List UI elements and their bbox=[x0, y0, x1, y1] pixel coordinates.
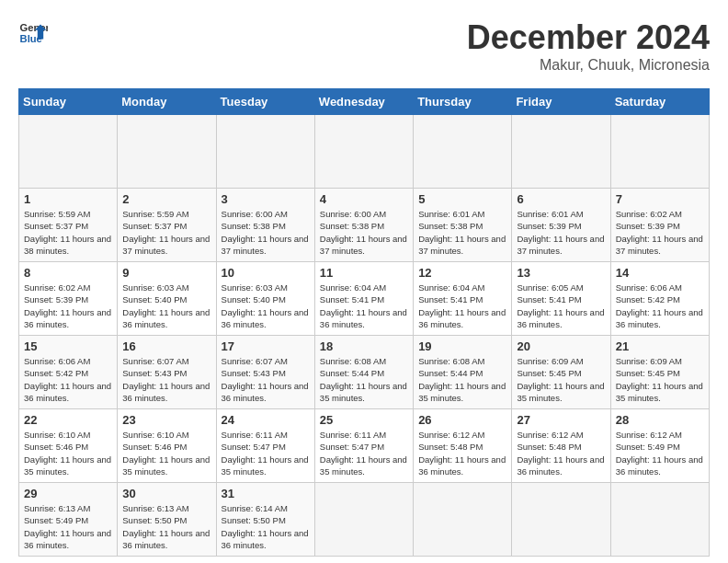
day-info: Sunrise: 5:59 AMSunset: 5:37 PMDaylight:… bbox=[122, 208, 210, 257]
day-info: Sunrise: 6:09 AMSunset: 5:45 PMDaylight:… bbox=[616, 355, 704, 404]
day-info: Sunrise: 6:14 AMSunset: 5:50 PMDaylight:… bbox=[222, 502, 310, 551]
calendar-cell: 23Sunrise: 6:10 AMSunset: 5:46 PMDayligh… bbox=[118, 409, 216, 483]
calendar-cell: 21Sunrise: 6:09 AMSunset: 5:45 PMDayligh… bbox=[610, 336, 709, 409]
calendar-cell: 9Sunrise: 6:03 AMSunset: 5:40 PMDaylight… bbox=[118, 262, 216, 336]
calendar-cell bbox=[512, 115, 610, 189]
calendar-cell: 7Sunrise: 6:02 AMSunset: 5:39 PMDaylight… bbox=[610, 189, 709, 262]
calendar-cell: 10Sunrise: 6:03 AMSunset: 5:40 PMDayligh… bbox=[216, 262, 314, 336]
day-info: Sunrise: 6:06 AMSunset: 5:42 PMDaylight:… bbox=[24, 355, 112, 404]
weekday-header-saturday: Saturday bbox=[610, 89, 709, 115]
calendar-cell: 6Sunrise: 6:01 AMSunset: 5:39 PMDaylight… bbox=[512, 189, 610, 262]
day-info: Sunrise: 6:04 AMSunset: 5:41 PMDaylight:… bbox=[418, 282, 506, 330]
day-number: 3 bbox=[222, 192, 310, 206]
weekday-header-thursday: Thursday bbox=[414, 89, 512, 115]
calendar-cell: 27Sunrise: 6:12 AMSunset: 5:48 PMDayligh… bbox=[512, 409, 610, 483]
calendar-cell: 13Sunrise: 6:05 AMSunset: 5:41 PMDayligh… bbox=[512, 262, 610, 336]
day-info: Sunrise: 6:02 AMSunset: 5:39 PMDaylight:… bbox=[24, 282, 112, 330]
weekday-header-friday: Friday bbox=[512, 89, 610, 115]
day-info: Sunrise: 6:11 AMSunset: 5:47 PMDaylight:… bbox=[222, 429, 310, 477]
day-number: 23 bbox=[122, 413, 210, 427]
day-info: Sunrise: 6:11 AMSunset: 5:47 PMDaylight:… bbox=[320, 429, 408, 477]
day-number: 10 bbox=[222, 266, 310, 280]
day-number: 7 bbox=[616, 192, 704, 206]
calendar-cell bbox=[610, 483, 709, 557]
calendar-cell bbox=[19, 115, 118, 189]
weekday-header-row: SundayMondayTuesdayWednesdayThursdayFrid… bbox=[19, 89, 710, 115]
day-number: 26 bbox=[418, 413, 506, 427]
calendar-cell: 31Sunrise: 6:14 AMSunset: 5:50 PMDayligh… bbox=[216, 483, 314, 557]
calendar-cell bbox=[314, 483, 413, 557]
calendar-cell: 1Sunrise: 5:59 AMSunset: 5:37 PMDaylight… bbox=[19, 189, 118, 262]
day-number: 1 bbox=[24, 192, 112, 206]
calendar-cell: 29Sunrise: 6:13 AMSunset: 5:49 PMDayligh… bbox=[19, 483, 118, 557]
calendar-cell: 28Sunrise: 6:12 AMSunset: 5:49 PMDayligh… bbox=[610, 409, 709, 483]
day-number: 20 bbox=[517, 339, 605, 353]
calendar-cell bbox=[512, 483, 610, 557]
calendar-cell: 22Sunrise: 6:10 AMSunset: 5:46 PMDayligh… bbox=[19, 409, 118, 483]
day-info: Sunrise: 6:00 AMSunset: 5:38 PMDaylight:… bbox=[320, 208, 408, 257]
day-info: Sunrise: 6:12 AMSunset: 5:49 PMDaylight:… bbox=[616, 429, 704, 477]
location: Makur, Chuuk, Micronesia bbox=[467, 57, 710, 74]
day-info: Sunrise: 6:13 AMSunset: 5:50 PMDaylight:… bbox=[122, 502, 210, 551]
calendar-cell bbox=[414, 483, 512, 557]
day-number: 11 bbox=[320, 266, 408, 280]
day-info: Sunrise: 5:59 AMSunset: 5:37 PMDaylight:… bbox=[24, 208, 112, 257]
title-block: December 2024 Makur, Chuuk, Micronesia bbox=[467, 18, 710, 74]
day-info: Sunrise: 6:10 AMSunset: 5:46 PMDaylight:… bbox=[122, 429, 210, 477]
day-number: 18 bbox=[320, 339, 408, 353]
day-info: Sunrise: 6:01 AMSunset: 5:38 PMDaylight:… bbox=[418, 208, 506, 257]
day-number: 22 bbox=[24, 413, 112, 427]
calendar-week-4: 22Sunrise: 6:10 AMSunset: 5:46 PMDayligh… bbox=[19, 409, 710, 483]
day-number: 28 bbox=[616, 413, 704, 427]
day-number: 12 bbox=[418, 266, 506, 280]
day-info: Sunrise: 6:00 AMSunset: 5:38 PMDaylight:… bbox=[222, 208, 310, 257]
day-number: 15 bbox=[24, 339, 112, 353]
calendar-cell: 11Sunrise: 6:04 AMSunset: 5:41 PMDayligh… bbox=[314, 262, 413, 336]
calendar-cell: 17Sunrise: 6:07 AMSunset: 5:43 PMDayligh… bbox=[216, 336, 314, 409]
calendar-cell bbox=[216, 115, 314, 189]
page-header: General Blue December 2024 Makur, Chuuk,… bbox=[18, 18, 710, 74]
calendar-cell: 19Sunrise: 6:08 AMSunset: 5:44 PMDayligh… bbox=[414, 336, 512, 409]
day-number: 2 bbox=[122, 192, 210, 206]
calendar-week-2: 8Sunrise: 6:02 AMSunset: 5:39 PMDaylight… bbox=[19, 262, 710, 336]
day-info: Sunrise: 6:12 AMSunset: 5:48 PMDaylight:… bbox=[517, 429, 605, 477]
day-number: 29 bbox=[24, 487, 112, 500]
day-info: Sunrise: 6:04 AMSunset: 5:41 PMDaylight:… bbox=[320, 282, 408, 330]
day-info: Sunrise: 6:12 AMSunset: 5:48 PMDaylight:… bbox=[418, 429, 506, 477]
day-number: 13 bbox=[517, 266, 605, 280]
day-info: Sunrise: 6:07 AMSunset: 5:43 PMDaylight:… bbox=[222, 355, 310, 404]
day-info: Sunrise: 6:05 AMSunset: 5:41 PMDaylight:… bbox=[517, 282, 605, 330]
day-number: 24 bbox=[222, 413, 310, 427]
day-info: Sunrise: 6:09 AMSunset: 5:45 PMDaylight:… bbox=[517, 355, 605, 404]
day-info: Sunrise: 6:07 AMSunset: 5:43 PMDaylight:… bbox=[122, 355, 210, 404]
day-number: 5 bbox=[418, 192, 506, 206]
day-info: Sunrise: 6:10 AMSunset: 5:46 PMDaylight:… bbox=[24, 429, 112, 477]
day-number: 9 bbox=[122, 266, 210, 280]
calendar-cell: 2Sunrise: 5:59 AMSunset: 5:37 PMDaylight… bbox=[118, 189, 216, 262]
weekday-header-tuesday: Tuesday bbox=[216, 89, 314, 115]
day-number: 16 bbox=[122, 339, 210, 353]
day-number: 30 bbox=[122, 487, 210, 500]
calendar-week-0 bbox=[19, 115, 710, 189]
day-number: 25 bbox=[320, 413, 408, 427]
calendar-week-3: 15Sunrise: 6:06 AMSunset: 5:42 PMDayligh… bbox=[19, 336, 710, 409]
weekday-header-monday: Monday bbox=[118, 89, 216, 115]
day-number: 31 bbox=[222, 487, 310, 500]
logo: General Blue bbox=[18, 18, 51, 48]
day-number: 8 bbox=[24, 266, 112, 280]
day-number: 21 bbox=[616, 339, 704, 353]
calendar-cell: 24Sunrise: 6:11 AMSunset: 5:47 PMDayligh… bbox=[216, 409, 314, 483]
calendar-cell: 15Sunrise: 6:06 AMSunset: 5:42 PMDayligh… bbox=[19, 336, 118, 409]
calendar-cell: 3Sunrise: 6:00 AMSunset: 5:38 PMDaylight… bbox=[216, 189, 314, 262]
day-info: Sunrise: 6:03 AMSunset: 5:40 PMDaylight:… bbox=[122, 282, 210, 330]
day-info: Sunrise: 6:08 AMSunset: 5:44 PMDaylight:… bbox=[320, 355, 408, 404]
day-number: 19 bbox=[418, 339, 506, 353]
weekday-header-sunday: Sunday bbox=[19, 89, 118, 115]
calendar-cell: 8Sunrise: 6:02 AMSunset: 5:39 PMDaylight… bbox=[19, 262, 118, 336]
calendar-week-5: 29Sunrise: 6:13 AMSunset: 5:49 PMDayligh… bbox=[19, 483, 710, 557]
day-number: 27 bbox=[517, 413, 605, 427]
day-number: 14 bbox=[616, 266, 704, 280]
day-info: Sunrise: 6:08 AMSunset: 5:44 PMDaylight:… bbox=[418, 355, 506, 404]
calendar-table: SundayMondayTuesdayWednesdayThursdayFrid… bbox=[18, 88, 710, 557]
calendar-cell: 26Sunrise: 6:12 AMSunset: 5:48 PMDayligh… bbox=[414, 409, 512, 483]
